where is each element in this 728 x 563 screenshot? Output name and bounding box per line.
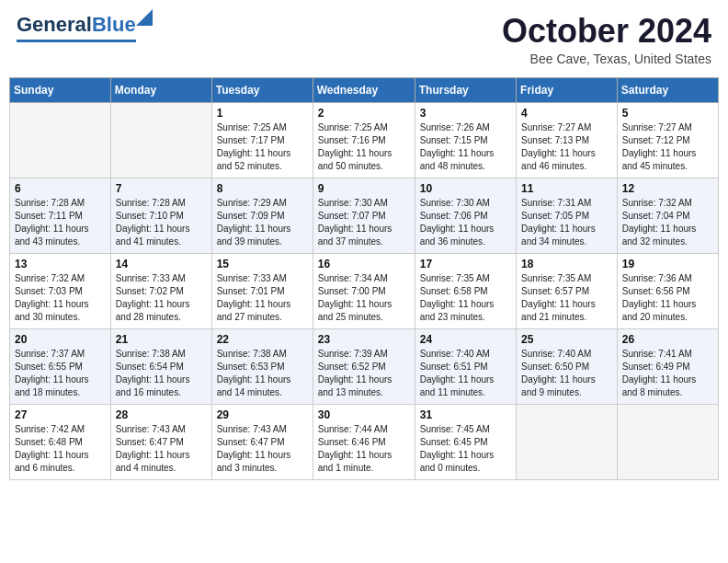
- calendar-cell: 31Sunrise: 7:45 AM Sunset: 6:45 PM Dayli…: [415, 404, 516, 479]
- location: Bee Cave, Texas, United States: [502, 52, 711, 66]
- day-number: 20: [15, 333, 106, 346]
- cell-info: Sunrise: 7:38 AM Sunset: 6:54 PM Dayligh…: [116, 348, 207, 399]
- calendar-cell: 7Sunrise: 7:28 AM Sunset: 7:10 PM Daylig…: [110, 178, 211, 253]
- calendar-table: SundayMondayTuesdayWednesdayThursdayFrid…: [9, 77, 719, 480]
- day-number: 29: [217, 408, 308, 421]
- header-tuesday: Tuesday: [211, 77, 313, 102]
- cell-info: Sunrise: 7:33 AM Sunset: 7:02 PM Dayligh…: [116, 272, 207, 324]
- calendar-cell: 8Sunrise: 7:29 AM Sunset: 7:09 PM Daylig…: [211, 178, 313, 253]
- cell-info: Sunrise: 7:34 AM Sunset: 7:00 PM Dayligh…: [318, 272, 410, 324]
- header-monday: Monday: [110, 77, 211, 102]
- day-number: 7: [116, 182, 207, 195]
- title-area: October 2024 Bee Cave, Texas, United Sta…: [502, 13, 711, 66]
- calendar-cell: [110, 102, 211, 178]
- calendar-cell: 11Sunrise: 7:31 AM Sunset: 7:05 PM Dayli…: [517, 178, 618, 253]
- calendar-week-row: 13Sunrise: 7:32 AM Sunset: 7:03 PM Dayli…: [10, 253, 719, 328]
- svg-marker-0: [136, 9, 153, 26]
- calendar-cell: 21Sunrise: 7:38 AM Sunset: 6:54 PM Dayli…: [110, 328, 211, 404]
- calendar-cell: 19Sunrise: 7:36 AM Sunset: 6:56 PM Dayli…: [617, 253, 718, 328]
- day-number: 1: [217, 107, 308, 120]
- cell-info: Sunrise: 7:42 AM Sunset: 6:48 PM Dayligh…: [15, 423, 106, 475]
- cell-info: Sunrise: 7:25 AM Sunset: 7:16 PM Dayligh…: [318, 121, 410, 173]
- logo: General Blue: [17, 13, 136, 42]
- calendar-week-row: 6Sunrise: 7:28 AM Sunset: 7:11 PM Daylig…: [10, 178, 719, 253]
- calendar-cell: 23Sunrise: 7:39 AM Sunset: 6:52 PM Dayli…: [313, 328, 415, 404]
- calendar-cell: 29Sunrise: 7:43 AM Sunset: 6:47 PM Dayli…: [211, 404, 313, 479]
- day-number: 8: [217, 182, 308, 195]
- cell-info: Sunrise: 7:35 AM Sunset: 6:58 PM Dayligh…: [420, 272, 511, 324]
- header-saturday: Saturday: [617, 77, 718, 102]
- cell-info: Sunrise: 7:32 AM Sunset: 7:03 PM Dayligh…: [15, 272, 106, 324]
- day-number: 18: [521, 258, 612, 270]
- calendar-cell: 27Sunrise: 7:42 AM Sunset: 6:48 PM Dayli…: [10, 404, 111, 479]
- calendar-cell: 30Sunrise: 7:44 AM Sunset: 6:46 PM Dayli…: [313, 404, 415, 479]
- day-number: 26: [622, 333, 713, 346]
- logo-blue: Blue: [92, 13, 136, 36]
- day-number: 13: [15, 258, 106, 270]
- cell-info: Sunrise: 7:40 AM Sunset: 6:50 PM Dayligh…: [521, 348, 612, 399]
- header-wednesday: Wednesday: [313, 77, 415, 102]
- page-header: General Blue October 2024 Bee Cave, Texa…: [9, 9, 719, 70]
- cell-info: Sunrise: 7:40 AM Sunset: 6:51 PM Dayligh…: [420, 348, 511, 399]
- calendar-cell: 5Sunrise: 7:27 AM Sunset: 7:12 PM Daylig…: [617, 102, 718, 178]
- cell-info: Sunrise: 7:32 AM Sunset: 7:04 PM Dayligh…: [622, 197, 713, 248]
- day-number: 22: [217, 333, 308, 346]
- day-number: 24: [420, 333, 511, 346]
- calendar-cell: 14Sunrise: 7:33 AM Sunset: 7:02 PM Dayli…: [110, 253, 211, 328]
- month-title: October 2024: [502, 13, 711, 50]
- day-number: 23: [318, 333, 410, 346]
- day-number: 6: [15, 182, 106, 195]
- cell-info: Sunrise: 7:38 AM Sunset: 6:53 PM Dayligh…: [217, 348, 308, 399]
- cell-info: Sunrise: 7:28 AM Sunset: 7:11 PM Dayligh…: [15, 197, 106, 248]
- logo-triangle-icon: [136, 9, 153, 26]
- calendar-cell: 28Sunrise: 7:43 AM Sunset: 6:47 PM Dayli…: [110, 404, 211, 479]
- calendar-cell: 22Sunrise: 7:38 AM Sunset: 6:53 PM Dayli…: [211, 328, 313, 404]
- calendar-cell: 1Sunrise: 7:25 AM Sunset: 7:17 PM Daylig…: [211, 102, 313, 178]
- day-number: 27: [15, 408, 106, 421]
- cell-info: Sunrise: 7:36 AM Sunset: 6:56 PM Dayligh…: [622, 272, 713, 324]
- day-number: 21: [116, 333, 207, 346]
- calendar-cell: 12Sunrise: 7:32 AM Sunset: 7:04 PM Dayli…: [617, 178, 718, 253]
- calendar-cell: 6Sunrise: 7:28 AM Sunset: 7:11 PM Daylig…: [10, 178, 111, 253]
- cell-info: Sunrise: 7:27 AM Sunset: 7:13 PM Dayligh…: [521, 121, 612, 173]
- calendar-cell: 24Sunrise: 7:40 AM Sunset: 6:51 PM Dayli…: [415, 328, 516, 404]
- calendar-cell: 17Sunrise: 7:35 AM Sunset: 6:58 PM Dayli…: [415, 253, 516, 328]
- day-number: 28: [116, 408, 207, 421]
- cell-info: Sunrise: 7:30 AM Sunset: 7:06 PM Dayligh…: [420, 197, 511, 248]
- cell-info: Sunrise: 7:27 AM Sunset: 7:12 PM Dayligh…: [622, 121, 713, 173]
- cell-info: Sunrise: 7:26 AM Sunset: 7:15 PM Dayligh…: [420, 121, 511, 173]
- cell-info: Sunrise: 7:29 AM Sunset: 7:09 PM Dayligh…: [217, 197, 308, 248]
- cell-info: Sunrise: 7:41 AM Sunset: 6:49 PM Dayligh…: [622, 348, 713, 399]
- calendar-week-row: 20Sunrise: 7:37 AM Sunset: 6:55 PM Dayli…: [10, 328, 719, 404]
- day-number: 12: [622, 182, 713, 195]
- calendar-week-row: 1Sunrise: 7:25 AM Sunset: 7:17 PM Daylig…: [10, 102, 719, 178]
- header-thursday: Thursday: [415, 77, 516, 102]
- cell-info: Sunrise: 7:35 AM Sunset: 6:57 PM Dayligh…: [521, 272, 612, 324]
- day-number: 5: [622, 107, 713, 120]
- calendar-cell: 10Sunrise: 7:30 AM Sunset: 7:06 PM Dayli…: [415, 178, 516, 253]
- calendar-cell: [517, 404, 618, 479]
- calendar-cell: 15Sunrise: 7:33 AM Sunset: 7:01 PM Dayli…: [211, 253, 313, 328]
- day-number: 4: [521, 107, 612, 120]
- day-number: 9: [318, 182, 410, 195]
- cell-info: Sunrise: 7:39 AM Sunset: 6:52 PM Dayligh…: [318, 348, 410, 399]
- day-number: 3: [420, 107, 511, 120]
- calendar-week-row: 27Sunrise: 7:42 AM Sunset: 6:48 PM Dayli…: [10, 404, 719, 479]
- day-number: 14: [116, 258, 207, 270]
- day-number: 25: [521, 333, 612, 346]
- cell-info: Sunrise: 7:31 AM Sunset: 7:05 PM Dayligh…: [521, 197, 612, 248]
- calendar-cell: 13Sunrise: 7:32 AM Sunset: 7:03 PM Dayli…: [10, 253, 111, 328]
- cell-info: Sunrise: 7:43 AM Sunset: 6:47 PM Dayligh…: [217, 423, 308, 475]
- day-number: 30: [318, 408, 410, 421]
- calendar-cell: 16Sunrise: 7:34 AM Sunset: 7:00 PM Dayli…: [313, 253, 415, 328]
- day-number: 2: [318, 107, 410, 120]
- day-number: 17: [420, 258, 511, 270]
- calendar-cell: 26Sunrise: 7:41 AM Sunset: 6:49 PM Dayli…: [617, 328, 718, 404]
- cell-info: Sunrise: 7:37 AM Sunset: 6:55 PM Dayligh…: [15, 348, 106, 399]
- cell-info: Sunrise: 7:44 AM Sunset: 6:46 PM Dayligh…: [318, 423, 410, 475]
- day-number: 19: [622, 258, 713, 270]
- calendar-header-row: SundayMondayTuesdayWednesdayThursdayFrid…: [10, 77, 719, 102]
- calendar-cell: [617, 404, 718, 479]
- cell-info: Sunrise: 7:33 AM Sunset: 7:01 PM Dayligh…: [217, 272, 308, 324]
- calendar-cell: [10, 102, 111, 178]
